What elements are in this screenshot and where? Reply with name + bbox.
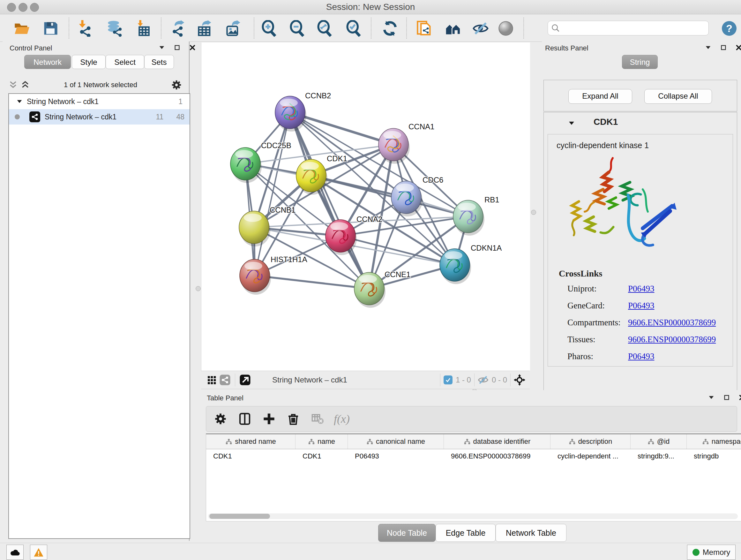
network-view-canvas[interactable]: CCNB2CCNA1CDC25BCDK1CDC6RB1CCNB1CCNA2CDK… (201, 43, 530, 371)
left-splitter-handle[interactable] (196, 286, 201, 291)
table-options-gear-icon[interactable] (213, 412, 228, 426)
delete-column-icon[interactable] (286, 412, 300, 426)
export-image-icon[interactable] (224, 19, 243, 38)
table-cell[interactable]: P06493 (348, 449, 444, 463)
show-columns-icon[interactable] (238, 412, 252, 426)
float-panel-icon[interactable] (174, 44, 181, 51)
column-header-name[interactable]: name (295, 434, 348, 449)
close-panel-icon[interactable] (735, 44, 741, 51)
window-title: Session: New Session (0, 0, 741, 14)
tab-network-table[interactable]: Network Table (495, 524, 566, 542)
float-panel-icon[interactable] (723, 394, 730, 401)
network-collection-row[interactable]: String Network – cdk1 1 (9, 94, 190, 109)
memory-button[interactable]: Memory (687, 545, 736, 560)
footer-separator (510, 374, 511, 386)
network-row[interactable]: String Network – cdk1 11 48 (9, 109, 190, 125)
search-input[interactable] (562, 23, 705, 33)
network-node-CDC25B[interactable] (230, 147, 262, 183)
zoom-in-icon[interactable] (259, 19, 279, 38)
zoom-fit-icon[interactable] (315, 19, 334, 38)
export-network-icon[interactable] (169, 19, 188, 38)
hide-selected-icon[interactable] (471, 19, 490, 38)
column-header-databaseidentifier[interactable]: database identifier (444, 434, 550, 449)
open-session-icon[interactable] (12, 19, 31, 38)
network-node-RB1[interactable] (453, 200, 484, 236)
expand-all-button[interactable]: Expand All (568, 89, 632, 104)
crosslink-link[interactable]: 9606.ENSP00000378699 (628, 334, 716, 345)
table-cell[interactable]: cyclin-dependent ... (550, 449, 630, 463)
clone-network-icon[interactable] (415, 19, 434, 38)
tab-edge-table[interactable]: Edge Table (435, 524, 495, 542)
tab-network[interactable]: Network (24, 55, 71, 69)
panel-menu-icon[interactable] (704, 44, 712, 51)
table-cell[interactable]: stringdb (687, 449, 741, 463)
network-node-CCNA1[interactable] (379, 128, 410, 164)
selected-checkbox[interactable] (444, 375, 453, 384)
right-splitter-handle[interactable] (531, 210, 536, 215)
tab-select[interactable]: Select (106, 55, 144, 69)
network-node-CCNE1[interactable] (354, 272, 386, 308)
first-neighbors-icon[interactable] (444, 19, 463, 38)
save-session-icon[interactable] (41, 19, 60, 38)
table-row[interactable]: CDK1CDK1P064939606.ENSP00000378699cyclin… (206, 449, 741, 463)
crosslink-link[interactable]: 9606.ENSP00000378699 (628, 318, 716, 327)
network-options-gear-icon[interactable] (171, 79, 182, 90)
crosslink-link[interactable]: P06493 (628, 284, 655, 294)
export-table-icon[interactable] (195, 19, 214, 38)
gene-detail-card: cyclin-dependent kinase 1 (548, 134, 733, 367)
import-network-file-icon[interactable] (75, 19, 94, 38)
tab-node-table[interactable]: Node Table (378, 524, 435, 542)
crosslink-link[interactable]: P06493 (628, 352, 655, 361)
add-column-icon[interactable] (262, 412, 276, 426)
column-header-id[interactable]: @id (630, 434, 687, 449)
network-overview-icon[interactable] (218, 373, 232, 387)
search-box[interactable] (548, 21, 709, 36)
network-node-CCNB2[interactable] (275, 96, 307, 132)
column-header-namespace[interactable]: namespace (687, 434, 741, 449)
float-panel-icon[interactable] (720, 44, 727, 51)
expand-all-networks-icon[interactable] (20, 80, 30, 90)
column-header-canonicalname[interactable]: canonical name (348, 434, 444, 449)
close-panel-icon[interactable] (189, 44, 196, 51)
import-network-database-icon[interactable] (105, 19, 125, 38)
birds-eye-view-icon[interactable] (205, 373, 218, 387)
network-selected-status: 1 of 1 Network selected (30, 81, 171, 89)
control-panel: Control Panel Network Style Select Sets … (3, 42, 190, 541)
close-panel-icon[interactable] (738, 394, 741, 401)
collection-expand-icon[interactable] (16, 98, 23, 105)
table-cell[interactable]: stringdb:9... (630, 449, 687, 463)
open-in-window-icon[interactable] (239, 373, 252, 387)
table-horizontal-scrollbar[interactable] (208, 513, 738, 519)
panel-menu-icon[interactable] (158, 44, 165, 51)
column-header-description[interactable]: description (550, 434, 630, 449)
warnings-button[interactable] (30, 545, 47, 560)
selected-node-edge-counts: 1 - 0 (456, 375, 471, 384)
cloud-status-button[interactable] (6, 545, 23, 560)
panel-menu-icon[interactable] (708, 394, 715, 401)
zoom-out-icon[interactable] (287, 19, 307, 38)
protein-structure-image (562, 154, 684, 260)
table-cell[interactable]: CDK1 (295, 449, 348, 463)
tab-string[interactable]: String (622, 55, 658, 69)
column-header-sharedname[interactable]: shared name (206, 434, 295, 449)
network-node-CDK1[interactable] (296, 159, 327, 195)
refresh-icon[interactable] (381, 19, 400, 38)
collapse-all-button[interactable]: Collapse All (644, 89, 712, 104)
crosslink-link[interactable]: P06493 (628, 301, 655, 311)
help-button[interactable]: ? (722, 21, 737, 36)
zoom-selected-icon[interactable] (344, 19, 363, 38)
tab-sets[interactable]: Sets (144, 55, 174, 69)
import-table-icon[interactable] (132, 19, 151, 38)
fit-selected-crosshair-icon[interactable] (514, 374, 525, 386)
table-cell[interactable]: CDK1 (206, 449, 295, 463)
collapse-all-networks-icon[interactable] (8, 80, 18, 90)
scrollbar-thumb[interactable] (209, 514, 270, 519)
hidden-eye-icon[interactable] (478, 375, 488, 385)
network-node-CDKN1A[interactable] (440, 249, 471, 284)
section-collapse-icon[interactable] (568, 119, 576, 127)
tab-style[interactable]: Style (72, 55, 106, 69)
table-cell[interactable]: 9606.ENSP00000378699 (444, 449, 550, 463)
show-graphics-details-icon[interactable] (496, 19, 515, 38)
footer-separator (474, 374, 475, 386)
network-node-HIST1H1A[interactable] (240, 259, 271, 295)
